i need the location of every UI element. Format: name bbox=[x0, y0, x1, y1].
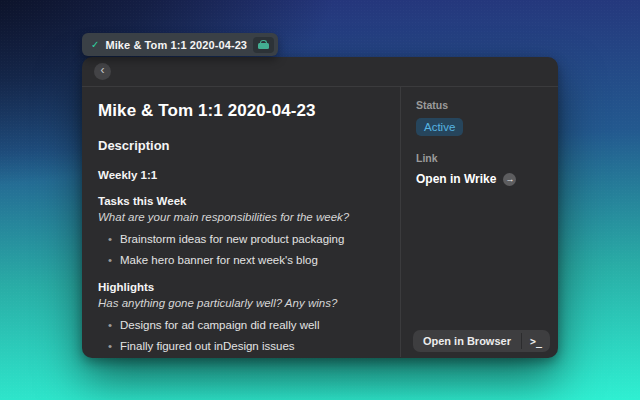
list-item: • Brainstorm ideas for new product packa… bbox=[98, 232, 384, 246]
list-item: • Finally figured out inDesign issues bbox=[98, 339, 384, 353]
status-label: Status bbox=[416, 99, 543, 111]
selected-item-chip[interactable]: ✓ Mike & Tom 1:1 2020-04-23 bbox=[82, 33, 278, 56]
window-header: ‹ bbox=[82, 57, 558, 87]
link-label: Link bbox=[416, 152, 543, 164]
open-in-browser-button[interactable]: Open in Browser bbox=[413, 330, 521, 352]
description-heading: Description bbox=[98, 138, 384, 153]
status-badge: Active bbox=[416, 118, 463, 136]
detail-window: ‹ Mike & Tom 1:1 2020-04-23 Description … bbox=[82, 57, 558, 358]
terminal-icon: >_ bbox=[530, 336, 542, 347]
arrow-right-icon: → bbox=[503, 173, 516, 186]
detail-content: Mike & Tom 1:1 2020-04-23 Description We… bbox=[82, 87, 400, 357]
list-item: • Designs for ad campaign did really wel… bbox=[98, 318, 384, 332]
section-heading-tasks: Tasks this Week bbox=[98, 195, 384, 207]
desktop-background: ✓ Mike & Tom 1:1 2020-04-23 ‹ Mike & Tom… bbox=[0, 0, 640, 400]
bullet-icon: • bbox=[108, 318, 112, 332]
metadata-sidebar: Status Active Link Open in Wrike → bbox=[400, 87, 558, 357]
tasks-bullet-list: • Brainstorm ideas for new product packa… bbox=[98, 232, 384, 267]
check-icon: ✓ bbox=[91, 39, 99, 50]
selected-item-label: Mike & Tom 1:1 2020-04-23 bbox=[105, 39, 247, 51]
back-button[interactable]: ‹ bbox=[94, 63, 111, 80]
bullet-icon: • bbox=[108, 232, 112, 246]
section-heading-highlights: Highlights bbox=[98, 281, 384, 293]
briefcase-icon bbox=[253, 37, 274, 53]
open-in-wrike-link[interactable]: Open in Wrike → bbox=[416, 172, 543, 186]
chevron-left-icon: ‹ bbox=[101, 63, 105, 78]
bullet-icon: • bbox=[108, 253, 112, 267]
section-question-tasks: What are your main responsibilities for … bbox=[98, 210, 384, 225]
action-bar: Open in Browser >_ bbox=[413, 330, 550, 352]
section-question-highlights: Has anything gone particularly well? Any… bbox=[98, 296, 384, 311]
list-item: • Make hero banner for next week's blog bbox=[98, 253, 384, 267]
weekly-heading: Weekly 1:1 bbox=[98, 169, 384, 181]
terminal-button[interactable]: >_ bbox=[522, 330, 550, 352]
page-title: Mike & Tom 1:1 2020-04-23 bbox=[98, 101, 384, 121]
open-in-wrike-label: Open in Wrike bbox=[416, 172, 496, 186]
bullet-icon: • bbox=[108, 339, 112, 353]
highlights-bullet-list: • Designs for ad campaign did really wel… bbox=[98, 318, 384, 353]
